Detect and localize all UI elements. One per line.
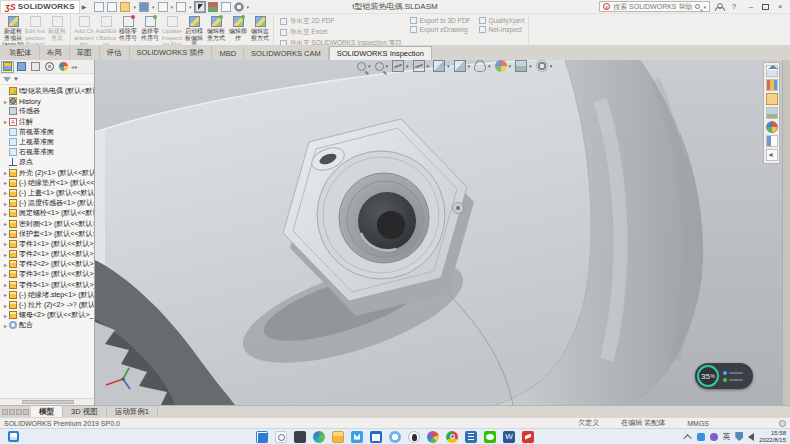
model-3d-view[interactable]: [95, 60, 782, 405]
expand-arrow-icon[interactable]: ▸: [2, 261, 9, 268]
tree-item[interactable]: ▸ 零件3<1> (默认<<默认>_显示状态: [0, 269, 94, 279]
tree-item[interactable]: 右视基准面: [0, 147, 94, 157]
taskbar-mail-icon[interactable]: [351, 431, 363, 443]
view-orientation-icon[interactable]: [433, 60, 445, 72]
panel-tab-display-manager[interactable]: [57, 61, 70, 73]
tree-item[interactable]: ▸ 零件5<1> (默认<<默认>_显示状态: [0, 280, 94, 290]
collapse-icon[interactable]: [766, 149, 778, 161]
file-properties-icon[interactable]: [221, 2, 231, 12]
edit-monitoring-methods-button[interactable]: 编辑监察方式: [249, 15, 271, 45]
tree-item[interactable]: ▸ 保护套<1> (默认<<默认>_显示状: [0, 229, 94, 239]
panel-tab-right-arrow[interactable]: ▸: [75, 63, 78, 70]
dropdown-arrow-icon[interactable]: ▾: [427, 63, 430, 69]
custom-properties-icon[interactable]: [766, 135, 778, 147]
new-document-icon[interactable]: [107, 2, 117, 12]
expand-arrow-icon[interactable]: ▸: [2, 312, 9, 319]
taskbar-task-view-icon[interactable]: [294, 431, 306, 443]
dropdown-arrow-icon[interactable]: ▾: [468, 63, 471, 69]
taskbar-copilot-icon[interactable]: [389, 431, 401, 443]
dropdown-arrow-icon[interactable]: ▾: [386, 63, 389, 69]
tree-item[interactable]: 前视基准面: [0, 127, 94, 137]
tab-solidworks-inspection[interactable]: SOLIDWORKS Inspection: [329, 46, 432, 60]
tree-item[interactable]: ▸ 零件1<1> (默认<<默认>_显示状态: [0, 239, 94, 249]
expand-arrow-icon[interactable]: ▸: [2, 220, 9, 227]
expand-arrow-icon[interactable]: ▸: [2, 271, 9, 278]
edit-appearance-icon[interactable]: [495, 60, 507, 72]
tray-app-blue-icon[interactable]: [697, 433, 705, 441]
display-style-icon[interactable]: [454, 60, 466, 72]
new-inspection-project-button[interactable]: 新建检查项目 (amp;N): [2, 15, 24, 45]
taskbar-word-icon[interactable]: [503, 431, 515, 443]
login-user-icon[interactable]: [715, 3, 723, 11]
dropdown-arrow-icon[interactable]: ▾: [529, 63, 532, 69]
tree-item[interactable]: 上视基准面: [0, 137, 94, 147]
tree-item[interactable]: ▸ 外壳 (2)<1> (默认<<默认>_显示状: [0, 168, 94, 178]
volume-icon[interactable]: [748, 433, 754, 441]
save-icon[interactable]: [139, 2, 149, 12]
tree-item[interactable]: ▸ 密封圈<1> (默认<<默认>_显示状: [0, 218, 94, 228]
tab-布局[interactable]: 布局: [40, 46, 70, 60]
tab-solidworks-cam[interactable]: SOLIDWORKS CAM: [244, 47, 329, 60]
panel-tab-configuration-manager[interactable]: [29, 61, 42, 73]
expand-arrow-icon[interactable]: ▸: [2, 302, 9, 309]
tree-item[interactable]: ▸ 配合: [0, 320, 94, 330]
security-shield-icon[interactable]: [735, 432, 743, 441]
doc-tab-模型[interactable]: 模型: [31, 406, 63, 417]
status-globe-icon[interactable]: [779, 420, 786, 427]
select-icon[interactable]: [195, 2, 205, 12]
tree-item[interactable]: ▸ (-) 拉片 (2)<2> ->? (默认<<默认>: [0, 300, 94, 310]
expand-arrow-icon[interactable]: ▸: [2, 230, 9, 237]
doc-tab-3D-视图[interactable]: 3D 视图: [63, 406, 107, 417]
tab-solidworks-插件[interactable]: SOLIDWORKS 插件: [130, 46, 213, 60]
panel-tab-dimxpert-manager[interactable]: [43, 61, 56, 73]
tree-item[interactable]: ▸ (-) 绝缘堵.step<1> (默认<<默认>: [0, 290, 94, 300]
expand-arrow-icon[interactable]: ▸: [2, 322, 9, 329]
launch-template-editor-button[interactable]: 启动模板编辑器: [183, 15, 205, 45]
ime-indicator[interactable]: 英: [723, 432, 731, 442]
hide-show-items-icon[interactable]: [474, 60, 486, 72]
tab-scroll-buttons[interactable]: [0, 406, 31, 417]
taskbar-start-icon[interactable]: [256, 431, 268, 443]
graphics-area[interactable]: ▾▾▾▾▾▾▾▾▾▾ 35%: [95, 60, 782, 405]
expand-arrow-icon[interactable]: ▸: [2, 118, 9, 125]
zoom-area-icon[interactable]: [375, 62, 384, 71]
tree-item[interactable]: ▸ 零件2<1> (默认<<默认>_显示状态: [0, 249, 94, 259]
print-icon[interactable]: [158, 2, 168, 12]
expand-arrow-icon[interactable]: ▸: [2, 169, 9, 176]
dropdown-arrow-icon[interactable]: ▾: [488, 63, 491, 69]
tab-评估[interactable]: 评估: [100, 46, 130, 60]
taskbar-file-explorer-icon[interactable]: [332, 431, 344, 443]
edit-inspection-methods-button[interactable]: 编辑检查方式: [205, 15, 227, 45]
zoom-fit-icon[interactable]: [357, 62, 366, 71]
tree-filter[interactable]: ▼: [0, 74, 94, 85]
taskbar-edge-icon[interactable]: [313, 431, 325, 443]
search-icon[interactable]: [695, 4, 700, 9]
taskbar-store-icon[interactable]: [370, 431, 382, 443]
expand-arrow-icon[interactable]: ▸: [2, 281, 9, 288]
dropdown-arrow-icon[interactable]: ▾: [368, 63, 371, 69]
remove-balloons-button[interactable]: 移除零件序号: [117, 15, 139, 45]
view-settings-icon[interactable]: [536, 60, 548, 72]
tab-装配体[interactable]: 装配体: [2, 46, 40, 60]
tree-item[interactable]: 传感器: [0, 106, 94, 116]
select-balloons-button[interactable]: 选择零件序号: [139, 15, 161, 45]
taskbar-notes-icon[interactable]: [465, 431, 477, 443]
dropdown-arrow-icon[interactable]: ▾: [406, 63, 409, 69]
tree-item[interactable]: ▸ 螺母<2> (默认<<默认>_显示状态: [0, 310, 94, 320]
taskbar-qq-icon[interactable]: [408, 431, 420, 443]
tab-草图[interactable]: 草图: [70, 46, 100, 60]
doc-tab-运动算例1[interactable]: 运动算例1: [107, 406, 158, 417]
tree-item[interactable]: ▸ (-) 绝缘垫片<1> (默认<<默认>_显: [0, 178, 94, 188]
file-explorer-icon[interactable]: [766, 93, 778, 105]
tree-item[interactable]: ▸ 注解: [0, 117, 94, 127]
taskbar-search-icon[interactable]: [275, 431, 287, 443]
taskbar-pinned-widget-icon[interactable]: [8, 431, 19, 442]
view-palette-icon[interactable]: [766, 107, 778, 119]
tray-app-purple-icon[interactable]: [710, 433, 718, 441]
search-dropdown-icon[interactable]: ▾: [703, 4, 706, 10]
open-icon[interactable]: [120, 2, 130, 12]
dynamic-annotation-icon[interactable]: [413, 60, 425, 72]
tree-item[interactable]: ▸ 零件2<2> (默认<<默认>_显示状态: [0, 259, 94, 269]
taskbar-solidworks-icon[interactable]: [522, 431, 534, 443]
panel-tab-property-manager[interactable]: [15, 61, 28, 73]
